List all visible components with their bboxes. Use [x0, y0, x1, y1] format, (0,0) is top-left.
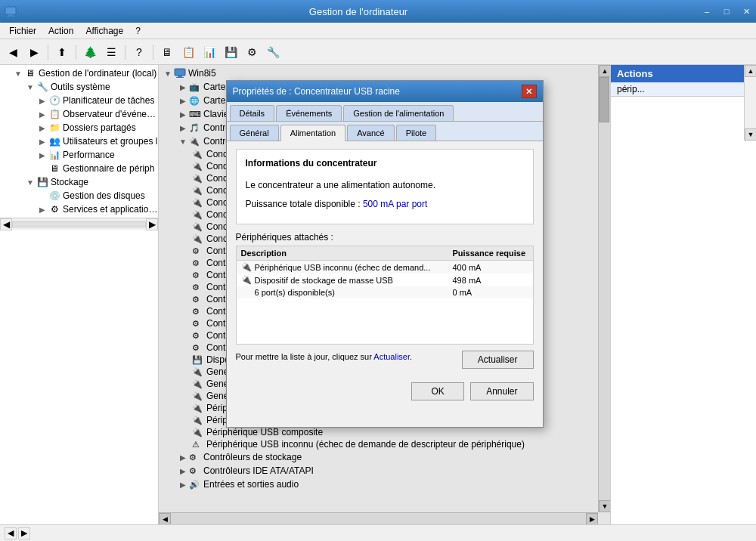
scroll-left-btn[interactable]: ◀	[0, 218, 12, 230]
update-row: Pour mettre la liste à jour, cliquez sur…	[236, 352, 534, 361]
tool-btn-6[interactable]: 🔧	[263, 42, 283, 62]
tab-alimentation[interactable]: Alimentation	[280, 125, 346, 141]
maximize-button[interactable]: □	[717, 0, 736, 23]
status-scroll-right[interactable]: ▶	[18, 527, 30, 539]
col-power-header: Puissance requise	[453, 249, 528, 258]
obs-icon: 📋	[48, 108, 60, 120]
menu-help[interactable]: ?	[129, 24, 147, 38]
right-scroll-down[interactable]: ▼	[745, 128, 756, 141]
tool-btn-3[interactable]: 📊	[200, 42, 219, 62]
expand-icon[interactable]: ▶	[36, 94, 48, 107]
expand-icon[interactable]: ▶	[36, 203, 48, 215]
right-panel: Actions périp... ▶ ▲ ▼	[611, 65, 756, 524]
tree-item-gest[interactable]: ▶ 🖥 Gestionnaire de périph	[0, 162, 158, 175]
close-button[interactable]: ✕	[736, 0, 756, 23]
dialog-close-button[interactable]: ✕	[522, 85, 537, 98]
main-container: ▼ 🖥 Gestion de l'ordinateur (local) ▼ 🔧 …	[0, 65, 756, 524]
tab-general[interactable]: Général	[230, 125, 279, 141]
tree-item-services[interactable]: ▶ ⚙ Services et applications	[0, 202, 158, 216]
info-line1: Le concentrateur a une alimentation auto…	[246, 179, 524, 192]
tree-item-perf[interactable]: ▶ 📊 Performance	[0, 148, 158, 162]
expand-icon[interactable]: ▼	[12, 67, 24, 79]
minimize-button[interactable]: –	[697, 0, 717, 23]
row2-desc: 🔌 Dispositif de stockage de masse USB	[241, 275, 453, 285]
actions-subheader-text: périp...	[617, 84, 645, 94]
tab-avance[interactable]: Avancé	[347, 125, 395, 141]
tree-label: Services et applications	[63, 204, 158, 215]
dialog-content: Informations du concentrateur Le concent…	[227, 141, 543, 376]
help-button[interactable]: ?	[129, 42, 149, 62]
separator-4	[153, 45, 153, 60]
menu-fichier[interactable]: Fichier	[3, 24, 42, 38]
expand-icon[interactable]: ▶	[36, 135, 48, 147]
tree-label: Utilisateurs et groupes l	[63, 136, 157, 147]
up-button[interactable]: ⬆	[52, 42, 72, 62]
expand-icon[interactable]: ▼	[24, 176, 36, 188]
actualiser-link[interactable]: Actualiser	[373, 352, 410, 361]
tree-item-root[interactable]: ▼ 🖥 Gestion de l'ordinateur (local)	[0, 66, 158, 80]
right-scroll-track[interactable]	[745, 77, 756, 128]
back-button[interactable]: ◀	[3, 42, 23, 62]
tab-pilote[interactable]: Pilote	[396, 125, 437, 141]
devices-section: Périphériques attachés : Description Pui…	[236, 232, 534, 345]
view-button[interactable]: ☰	[101, 42, 121, 62]
expand-icon[interactable]: ▶	[36, 149, 48, 161]
status-scroll-left[interactable]: ◀	[5, 527, 17, 539]
row1-power: 400 mA	[453, 263, 528, 272]
svg-rect-2	[7, 16, 14, 17]
tree-item-obs[interactable]: ▶ 📋 Observateur d'événeme	[0, 107, 158, 121]
actions-subheader: périp... ▶	[611, 82, 756, 97]
actualiser-button[interactable]: Actualiser	[462, 351, 534, 369]
info-line2: Puissance totale disponible : 500 mA par…	[246, 198, 524, 211]
dialog-title: Propriétés de : Concentrateur USB racine	[233, 86, 400, 97]
tree-label: Performance	[63, 150, 115, 160]
ok-button[interactable]: OK	[411, 382, 464, 400]
status-scroll-area: ◀ ▶	[5, 527, 30, 539]
tab-details[interactable]: Détails	[230, 105, 275, 121]
tab-evenements[interactable]: Événements	[276, 105, 342, 121]
tree-label: Dossiers partagés	[63, 122, 136, 133]
tree-item-planif[interactable]: ▶ 🕐 Planificateur de tâches	[0, 94, 158, 107]
table-row-2[interactable]: 🔌 Dispositif de stockage de masse USB 49…	[237, 274, 533, 286]
usb-plug-icon-2: 🔌	[241, 275, 252, 285]
menu-bar: Fichier Action Affichage ?	[0, 23, 756, 39]
tree-item-users[interactable]: ▶ 👥 Utilisateurs et groupes l	[0, 134, 158, 148]
folder-icon: 📁	[48, 122, 60, 134]
services-icon: ⚙	[48, 203, 60, 215]
scroll-right-btn[interactable]: ▶	[146, 218, 158, 230]
window-controls: – □ ✕	[697, 5, 756, 18]
scroll-track[interactable]	[12, 221, 146, 227]
forward-button[interactable]: ▶	[24, 42, 44, 62]
svg-rect-0	[5, 7, 16, 14]
col-desc-header: Description	[241, 249, 453, 258]
right-scroll-up[interactable]: ▲	[745, 65, 756, 77]
usb-plug-icon-1: 🔌	[241, 262, 252, 272]
status-bar: ◀ ▶	[0, 524, 756, 541]
tree-label: Stockage	[51, 177, 88, 187]
tab-gestion-alimentation[interactable]: Gestion de l'alimentation	[343, 105, 454, 121]
tree-label: Outils système	[51, 82, 110, 92]
show-hide-tree[interactable]: 🌲	[80, 42, 100, 62]
menu-affichage[interactable]: Affichage	[79, 24, 129, 38]
separator-3	[125, 45, 125, 60]
separator-2	[76, 45, 76, 60]
expand-icon[interactable]: ▼	[24, 81, 36, 93]
tree-item-outils[interactable]: ▼ 🔧 Outils système	[0, 80, 158, 94]
tool-btn-4[interactable]: 💾	[221, 42, 240, 62]
menu-action[interactable]: Action	[42, 24, 79, 38]
expand-icon[interactable]: ▶	[36, 108, 48, 120]
left-tree: ▼ 🖥 Gestion de l'ordinateur (local) ▼ 🔧 …	[0, 65, 158, 218]
title-bar: Gestion de l'ordinateur – □ ✕	[0, 0, 756, 23]
tree-item-doss[interactable]: ▶ 📁 Dossiers partagés	[0, 121, 158, 134]
cancel-button[interactable]: Annuler	[470, 382, 533, 400]
tree-label: Gestion des disques	[63, 190, 145, 201]
tool-btn-1[interactable]: 🖥	[157, 42, 177, 62]
tool-btn-5[interactable]: ⚙	[242, 42, 262, 62]
tree-item-stockage[interactable]: ▼ 💾 Stockage	[0, 175, 158, 189]
tree-item-disques[interactable]: ▶ 💿 Gestion des disques	[0, 189, 158, 202]
table-row-3: 6 port(s) disponible(s) 0 mA	[237, 286, 533, 298]
table-row-1[interactable]: 🔌 Périphérique USB inconnu (échec de dem…	[237, 261, 533, 274]
expand-icon[interactable]: ▶	[36, 122, 48, 134]
modal-overlay: Propriétés de : Concentrateur USB racine…	[159, 65, 610, 524]
tool-btn-2[interactable]: 📋	[178, 42, 198, 62]
